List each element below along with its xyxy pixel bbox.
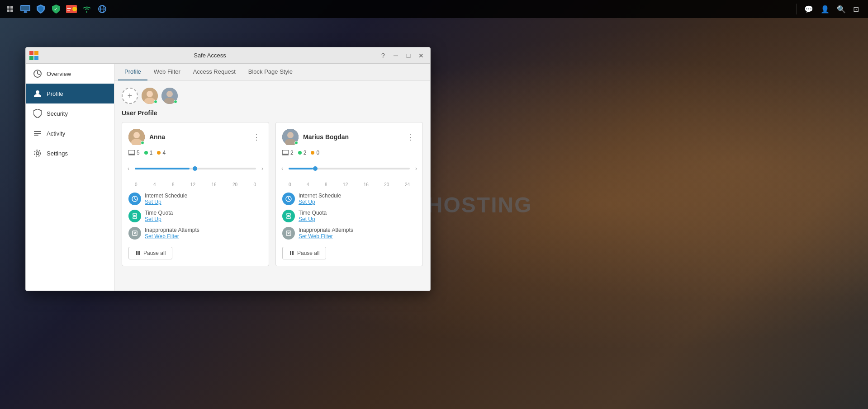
card-name-marius: Marius Bogdan — [303, 133, 349, 141]
device-counts-anna: 5 1 4 — [128, 150, 262, 156]
main-content: Profile Web Filter Access Request Block … — [114, 64, 430, 291]
timeline-handle-anna[interactable] — [193, 166, 197, 171]
wifi-icon[interactable] — [81, 3, 93, 15]
timeline-arrow-left-anna[interactable]: ‹ — [128, 165, 129, 172]
svg-rect-48 — [282, 155, 289, 155]
taskbar-divider — [797, 4, 797, 14]
timeline-marius: ‹ › — [282, 160, 416, 177]
tab-web-filter[interactable]: Web Filter — [147, 64, 187, 80]
close-button[interactable]: ✕ — [416, 50, 427, 61]
tab-profile[interactable]: Profile — [118, 64, 147, 80]
setup-link-inappropriate-marius[interactable]: Set Web Filter — [299, 233, 353, 240]
user-taskbar-icon[interactable]: 👤 — [819, 3, 831, 15]
setup-link-inappropriate-anna[interactable]: Set Web Filter — [145, 233, 199, 240]
svg-rect-24 — [34, 135, 38, 136]
content-area: + — [114, 80, 430, 291]
help-button[interactable]: ? — [378, 50, 389, 61]
svg-rect-11 — [67, 10, 70, 11]
card-name-anna: Anna — [149, 133, 165, 141]
svg-rect-7 — [21, 6, 29, 10]
svg-rect-2 — [7, 9, 9, 12]
timeline-arrow-right-anna[interactable]: › — [261, 165, 263, 172]
safe-access-window: Safe Access ? ─ □ ✕ Overview Profile — [25, 47, 431, 291]
svg-rect-37 — [128, 155, 135, 155]
pause-all-marius[interactable]: Pause all — [282, 247, 326, 259]
schedule-icon-marius — [282, 193, 295, 205]
card-avatar-marius-dot — [294, 141, 298, 145]
sidebar-label-activity: Activity — [47, 130, 65, 137]
minimize-button[interactable]: ─ — [390, 50, 401, 61]
sidebar-item-overview[interactable]: Overview — [26, 64, 114, 84]
card-menu-marius[interactable]: ⋮ — [404, 131, 416, 143]
search-taskbar-icon[interactable]: 🔍 — [835, 3, 848, 15]
svg-rect-10 — [67, 8, 71, 9]
device-count-online-marius: 2 — [298, 150, 307, 156]
profile-header: + — [122, 88, 423, 104]
device-count-online-anna: 1 — [144, 150, 153, 156]
card-user-info-marius: Marius Bogdan — [282, 129, 349, 145]
svg-rect-22 — [34, 131, 41, 132]
sidebar-label-settings: Settings — [47, 150, 68, 157]
sidebar-item-settings[interactable]: Settings — [26, 143, 114, 163]
profile-cards: Anna ⋮ 5 1 — [122, 122, 423, 266]
title-bar: Safe Access ? ─ □ ✕ — [26, 47, 430, 64]
profile-avatar-anna[interactable] — [142, 88, 158, 104]
profile-icon — [33, 89, 42, 98]
inappropriate-icon-anna — [128, 227, 141, 240]
profile-card-marius: Marius Bogdan ⋮ 2 2 — [275, 122, 423, 266]
shield-blue-icon[interactable] — [34, 3, 47, 15]
timeline-arrow-left-marius[interactable]: ‹ — [281, 165, 283, 172]
svg-rect-19 — [34, 56, 38, 60]
svg-point-12 — [72, 7, 77, 11]
svg-point-26 — [34, 150, 41, 156]
window-body: Overview Profile Security Activity — [26, 64, 430, 291]
settings-items-anna: Internet Schedule Set Up Time Quota — [128, 193, 262, 240]
setup-link-quota-anna[interactable]: Set Up — [145, 216, 173, 222]
svg-rect-36 — [128, 150, 135, 154]
pause-all-anna[interactable]: Pause all — [128, 247, 172, 259]
timeline-filled-marius — [289, 168, 313, 169]
globe-icon[interactable] — [96, 3, 109, 15]
shield-green-icon[interactable]: ✓ — [50, 3, 62, 15]
settings-inappropriate-marius: Inappropriate Attempts Set Web Filter — [282, 227, 416, 240]
app-icon — [29, 51, 38, 60]
svg-point-34 — [133, 132, 140, 138]
overview-icon — [33, 69, 42, 78]
setup-link-quota-marius[interactable]: Set Up — [299, 216, 327, 222]
timeline-labels-anna: 0481216200 — [128, 182, 262, 187]
chat-taskbar-icon[interactable]: 💬 — [802, 3, 815, 15]
window-title: Safe Access — [42, 52, 378, 59]
card-menu-anna[interactable]: ⋮ — [251, 131, 262, 143]
timeline-handle-marius[interactable] — [313, 166, 318, 171]
svg-rect-47 — [282, 150, 289, 154]
svg-point-21 — [36, 90, 39, 94]
svg-rect-5 — [24, 11, 27, 13]
sidebar-item-activity[interactable]: Activity — [26, 123, 114, 143]
user-card-icon[interactable] — [65, 3, 78, 15]
add-profile-button[interactable]: + — [122, 88, 138, 104]
setup-link-schedule-anna[interactable]: Set Up — [145, 199, 187, 205]
grid-icon[interactable] — [4, 3, 16, 15]
svg-point-28 — [147, 91, 153, 97]
tab-block-page-style[interactable]: Block Page Style — [242, 64, 299, 80]
tab-access-request[interactable]: Access Request — [187, 64, 242, 80]
sidebar-item-profile[interactable]: Profile — [26, 84, 114, 103]
timeline-arrow-right-marius[interactable]: › — [415, 165, 417, 172]
profile-card-anna: Anna ⋮ 5 1 — [122, 122, 269, 266]
maximize-button[interactable]: □ — [403, 50, 414, 61]
settings-text-schedule-marius: Internet Schedule Set Up — [299, 193, 341, 205]
sidebar-label-overview: Overview — [47, 71, 71, 77]
svg-point-25 — [36, 152, 39, 155]
setup-link-schedule-marius[interactable]: Set Up — [299, 199, 341, 205]
card-header-marius: Marius Bogdan ⋮ — [282, 129, 416, 145]
profile-avatar-marius[interactable] — [161, 88, 178, 104]
taskbar-right: 💬 👤 🔍 ⊡ — [795, 3, 864, 15]
settings-text-quota-anna: Time Quota Set Up — [145, 210, 173, 222]
timeline-anna: ‹ › — [128, 160, 262, 177]
sidebar-item-security[interactable]: Security — [26, 103, 114, 123]
monitor-icon[interactable] — [19, 3, 32, 15]
timeline-bar-marius — [289, 168, 410, 169]
svg-rect-23 — [34, 133, 41, 134]
split-taskbar-icon[interactable]: ⊡ — [851, 3, 861, 15]
settings-text-schedule-anna: Internet Schedule Set Up — [145, 193, 187, 205]
